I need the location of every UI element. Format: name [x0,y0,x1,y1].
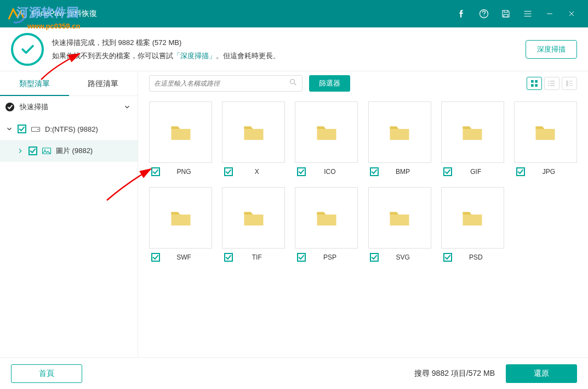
scan-summary-line1: 快速掃描完成，找到 9882 檔案 (572 MB) [52,36,526,49]
folder-name: PSP [312,253,358,261]
folder-icon [295,102,358,163]
folder-item[interactable]: JPG [514,102,577,176]
folder-item[interactable]: GIF [441,102,504,176]
folder-name: X [239,168,285,176]
filter-button[interactable]: 篩選器 [309,75,350,92]
svg-point-13 [548,85,549,86]
save-icon[interactable] [495,0,517,27]
view-detail-icon[interactable] [562,77,577,90]
search-box[interactable] [149,75,302,92]
home-button[interactable]: 首頁 [11,364,82,383]
minimize-button[interactable] [539,0,561,27]
svg-point-3 [37,129,38,130]
svg-rect-9 [531,84,534,87]
tab-path-list[interactable]: 路徑清單 [69,71,138,96]
drive-checkbox[interactable] [18,125,26,133]
search-input[interactable] [154,80,289,87]
folder-name: PNG [167,168,212,176]
svg-point-12 [548,83,549,84]
folder-item[interactable]: BMP [368,102,431,176]
scan-status-area: 快速掃描完成，找到 9882 檔案 (572 MB) 如果你找不到丟失的檔案，你… [0,27,588,71]
folder-icon [368,102,431,163]
svg-rect-7 [531,80,534,83]
folder-checkbox[interactable] [370,253,379,262]
svg-point-11 [548,81,549,82]
svg-rect-14 [566,81,568,87]
folder-name: SWF [167,253,212,261]
folder-name: BMP [385,168,431,176]
folder-item[interactable]: PSP [295,187,358,262]
svg-rect-10 [535,84,538,87]
folder-checkbox[interactable] [224,167,233,176]
folder-item[interactable]: TIF [222,187,285,262]
folder-checkbox[interactable] [151,167,160,176]
tree-images[interactable]: 圖片 (9882) [0,140,138,162]
tree-quick-scan[interactable]: 快速掃描 [0,96,138,118]
folder-checkbox[interactable] [516,167,525,176]
folder-item[interactable]: PSD [441,187,504,262]
folder-icon [441,187,504,249]
folder-icon [368,187,431,249]
chevron-down-icon [123,103,131,111]
chevron-down-icon [5,125,13,133]
folder-checkbox[interactable] [224,253,233,262]
app-title: FonePaw 資料恢復 [32,9,97,19]
images-checkbox[interactable] [28,146,37,155]
folder-name: GIF [459,168,504,176]
folder-checkbox[interactable] [443,167,452,176]
content-area: 篩選器 PNGXICOBMPGIFJPGSWFTIFPSPSVGPSD [138,71,588,357]
help-icon[interactable] [473,0,495,27]
deep-scan-button[interactable]: 深度掃描 [526,40,577,59]
deep-scan-link[interactable]: 「深度掃描」 [173,52,216,60]
folder-checkbox[interactable] [297,167,306,176]
restore-button[interactable]: 還原 [506,364,577,383]
folder-checkbox[interactable] [151,253,160,262]
folder-name: ICO [312,168,358,176]
folder-checkbox[interactable] [297,253,306,262]
folder-icon [149,102,212,163]
view-grid-icon[interactable] [527,77,542,90]
folder-icon [441,102,504,163]
folder-item[interactable]: ICO [295,102,358,176]
folder-name: PSD [459,253,504,261]
footer-bar: 首頁 搜尋 9882 項目/572 MB 還原 [0,357,588,389]
title-bar: FonePaw 資料恢復 [0,0,588,27]
folder-item[interactable]: X [222,102,285,176]
tab-type-list[interactable]: 類型清單 [0,71,69,96]
folder-item[interactable]: PNG [149,102,212,176]
drive-icon [31,125,41,133]
footer-status: 搜尋 9882 項目/572 MB [414,369,495,379]
folder-name: JPG [532,168,577,176]
folder-name: SVG [385,253,431,261]
check-circle-icon [5,103,14,111]
folder-icon [295,187,358,249]
app-logo-icon [5,3,27,25]
sidebar: 類型清單 路徑清單 快速掃描 D:(NTFS) (9882) 圖片 (9882) [0,71,138,357]
scan-summary-line2: 如果你找不到丟失的檔案，你可以嘗試「深度掃描」。但這會耗時更長。 [52,49,526,62]
folder-checkbox[interactable] [370,167,379,176]
folder-icon [222,102,285,163]
folder-icon [222,187,285,249]
menu-icon[interactable] [517,0,539,27]
folder-icon [514,102,577,163]
search-icon[interactable] [289,78,298,89]
svg-rect-8 [535,80,538,83]
success-check-icon [11,33,44,66]
chevron-right-icon [16,147,24,155]
image-icon [42,147,52,155]
folder-checkbox[interactable] [443,253,452,262]
folder-item[interactable]: SVG [368,187,431,262]
facebook-icon[interactable] [451,0,473,27]
close-button[interactable] [561,0,583,27]
folder-item[interactable]: SWF [149,187,212,262]
folder-icon [149,187,212,249]
view-list-icon[interactable] [544,77,560,90]
svg-point-6 [290,80,295,84]
tree-drive[interactable]: D:(NTFS) (9882) [0,118,138,140]
folder-name: TIF [239,253,285,261]
